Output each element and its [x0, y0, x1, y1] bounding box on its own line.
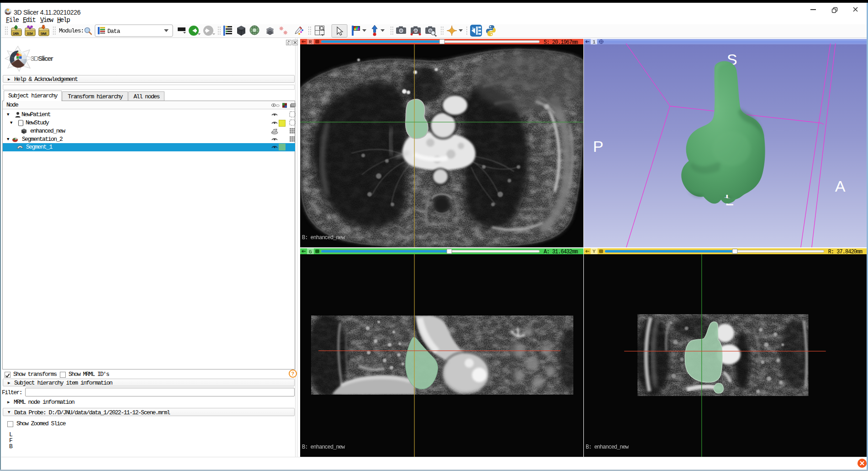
- svg-text:DCM: DCM: [27, 32, 33, 35]
- svg-text:R: R: [309, 39, 312, 45]
- svg-text:A: A: [835, 177, 846, 195]
- svg-text:DATA: DATA: [13, 32, 19, 35]
- svg-text:A: 31.6432mm: A: 31.6432mm: [544, 249, 578, 255]
- svg-text:SAVE: SAVE: [41, 32, 47, 35]
- svg-text:Modules:: Modules:: [59, 27, 84, 34]
- svg-text:G: G: [309, 249, 312, 255]
- svg-text:R: 37.8420mm: R: 37.8420mm: [828, 249, 863, 255]
- svg-text:B: enhanced_new: B: enhanced_new: [586, 444, 629, 450]
- svg-text:B: enhanced_new: B: enhanced_new: [302, 235, 345, 241]
- svg-text:Y: Y: [593, 249, 596, 255]
- svg-text:B: enhanced_new: B: enhanced_new: [302, 444, 345, 450]
- svg-text:Data: Data: [107, 28, 120, 35]
- svg-text:P: P: [593, 138, 603, 155]
